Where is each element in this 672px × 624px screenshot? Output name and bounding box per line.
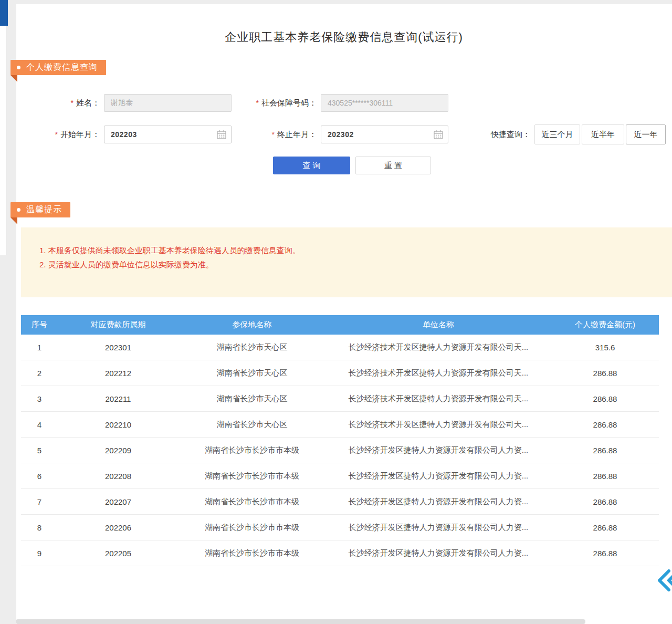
calendar-icon[interactable] — [433, 129, 444, 140]
section-label: 温馨提示 — [26, 204, 62, 215]
table-row: 1202301湖南省长沙市天心区长沙经济技术开发区捷特人力资源开发有限公司天..… — [21, 335, 659, 360]
col-period: 对应费款所属期 — [58, 320, 178, 330]
name-label: *姓名： — [30, 98, 100, 108]
dot-icon — [17, 66, 20, 69]
section-header-personal-query: 个人缴费信息查询 — [10, 60, 106, 75]
quick-query-label: 快捷查询： — [472, 130, 530, 140]
col-seq: 序号 — [21, 320, 58, 330]
horizontal-scrollbar[interactable] — [16, 619, 585, 624]
table-row: 6202208湖南省长沙市长沙市市本级长沙经济开发区捷特人力资源开发有限公司人力… — [21, 463, 659, 489]
calendar-icon[interactable] — [216, 129, 227, 140]
tips-notice-box: 1. 本服务仅提供尚未领取企业职工基本养老保险待遇人员的缴费信息查询。 2. 灵… — [21, 227, 672, 297]
double-chevron-left-icon[interactable] — [656, 567, 672, 594]
end-date-field[interactable] — [321, 126, 448, 143]
ssn-field[interactable] — [321, 94, 448, 112]
reset-button[interactable]: 重置 — [355, 157, 431, 174]
pension-query-page: 企业职工基本养老保险缴费信息查询(试运行) 个人缴费信息查询 *姓名： *社会保… — [0, 0, 672, 624]
required-asterisk: * — [71, 99, 74, 107]
table-row: 5202209湖南省长沙市长沙市市本级长沙经济开发区捷特人力资源开发有限公司人力… — [21, 438, 659, 463]
col-place: 参保地名称 — [178, 320, 326, 330]
table-row: 2202212湖南省长沙市天心区长沙经济技术开发区捷特人力资源开发有限公司天..… — [21, 360, 659, 386]
query-button[interactable]: 查询 — [273, 157, 350, 174]
section-label: 个人缴费信息查询 — [26, 62, 98, 73]
left-panel-edge — [0, 0, 6, 255]
top-left-blue-corner — [0, 0, 8, 26]
tip-line-1: 1. 本服务仅提供尚未领取企业职工基本养老保险待遇人员的缴费信息查询。 — [39, 244, 662, 257]
dot-icon — [17, 208, 20, 212]
start-date-field[interactable] — [104, 126, 232, 143]
table-row: 8202206湖南省长沙市长沙市市本级长沙经济开发区捷特人力资源开发有限公司人力… — [21, 515, 659, 540]
page-title: 企业职工基本养老保险缴费信息查询(试运行) — [16, 29, 672, 45]
required-asterisk: * — [272, 130, 275, 139]
table-row: 3202211湖南省长沙市天心区长沙经济技术开发区捷特人力资源开发有限公司天..… — [21, 386, 659, 412]
section-header-tips: 温馨提示 — [10, 202, 70, 217]
start-date-label: *开始年月： — [30, 130, 100, 140]
table-row: 4202210湖南省长沙市天心区长沙经济技术开发区捷特人力资源开发有限公司天..… — [21, 412, 659, 438]
table-row: 7202207湖南省长沙市长沙市市本级长沙经济开发区捷特人力资源开发有限公司人力… — [21, 489, 659, 515]
ssn-label: *社会保障号码： — [231, 98, 317, 108]
quick-option-3months[interactable]: 近三个月 — [534, 124, 580, 144]
table-header: 序号 对应费款所属期 参保地名称 单位名称 个人缴费金额(元) — [21, 315, 659, 335]
table-row: 9202205湖南省长沙市长沙市市本级长沙经济开发区捷特人力资源开发有限公司人力… — [21, 540, 659, 566]
end-date-label: *终止年月： — [231, 130, 317, 140]
quick-option-halfyear[interactable]: 近半年 — [582, 124, 624, 144]
required-asterisk: * — [55, 130, 58, 139]
quick-option-1year[interactable]: 近一年 — [626, 124, 666, 144]
col-company: 单位名称 — [326, 320, 551, 330]
col-amount: 个人缴费金额(元) — [551, 320, 659, 330]
ribbon-fold — [10, 217, 17, 224]
tip-line-2: 2. 灵活就业人员的缴费单位信息以实际缴费为准。 — [39, 258, 662, 271]
payment-table: 序号 对应费款所属期 参保地名称 单位名称 个人缴费金额(元) 1202301湖… — [21, 315, 659, 566]
name-field[interactable] — [104, 94, 232, 112]
required-asterisk: * — [256, 99, 259, 107]
